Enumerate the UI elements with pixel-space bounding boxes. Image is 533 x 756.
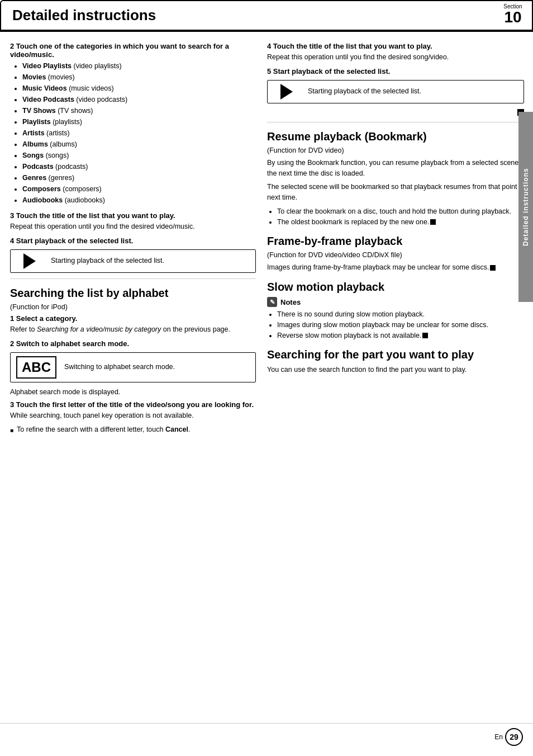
resume-title: Resume playback (Bookmark) [267, 130, 524, 143]
frame-section: Frame-by-frame playback (Function for DV… [267, 235, 524, 273]
page-number: 29 [505, 728, 523, 746]
step3-heading: 3 Touch the title of the list that you w… [10, 211, 256, 220]
abc-icon-text: Switching to alphabet search mode. [64, 362, 175, 372]
slow-motion-title: Slow motion playback [267, 281, 524, 294]
list-item: There is no sound during slow motion pla… [277, 309, 524, 320]
list-item: Video Podcasts (video podcasts) [22, 94, 256, 105]
list-item: Artists (artists) [22, 127, 256, 139]
notes-icon: ✎ [267, 297, 277, 307]
play-icon-text-2: Starting playback of the selected list. [308, 87, 421, 97]
frame-subtitle: (Function for DVD video/video CD/DivX fi… [267, 251, 524, 259]
list-item: Genres (genres) [22, 172, 256, 183]
page-header: Detailed instructions Section 10 [0, 0, 533, 32]
step4-left-heading: 4 Start playback of the selected list. [10, 237, 256, 245]
frame-title: Frame-by-frame playback [267, 235, 524, 248]
right-column: 4 Touch the title of the list that you w… [267, 42, 524, 440]
abc-icon-box: ABC Switching to alphabet search mode. [10, 352, 256, 382]
resume-section: Resume playback (Bookmark) (Function for… [267, 130, 524, 228]
resume-bullets: To clear the bookmark on a disc, touch a… [277, 206, 524, 228]
alpha-step3-text1: While searching, touch panel key operati… [10, 410, 256, 421]
page-title: Detailed instructions [12, 7, 156, 23]
resume-subtitle: (Function for DVD video) [267, 147, 524, 154]
content-area: 2 Touch one of the categories in which y… [0, 32, 533, 450]
alpha-step-2: 2 Switch to alphabet search mode. ABC Sw… [10, 339, 256, 382]
step5-heading: 5 Start playback of the selected list. [267, 67, 524, 75]
searching-part-section: Searching for the part you want to play … [267, 348, 524, 375]
alpha-step2-heading: 2 Switch to alphabet search mode. [10, 339, 256, 348]
searching-part-title: Searching for the part you want to play [267, 348, 524, 361]
play-icon-box-2: Starting playback of the selected list. [267, 80, 524, 103]
alpha-step1-text: Refer to Searching for a video/music by … [10, 324, 256, 335]
step-4-left: 4 Start playback of the selected list. S… [10, 237, 256, 273]
step3-text: Repeat this operation until you find the… [10, 221, 256, 232]
list-item: Audiobooks (audiobooks) [22, 195, 256, 206]
list-item: Reverse slow motion playback is not avai… [277, 330, 524, 341]
slow-motion-section: Slow motion playback ✎ Notes There is no… [267, 281, 524, 341]
left-column: 2 Touch one of the categories in which y… [10, 42, 256, 440]
list-item: The oldest bookmark is replaced by the n… [277, 217, 524, 228]
play-icon-box: Starting playback of the selected list. [10, 249, 256, 273]
sidebar-label: Detailed instructions [518, 112, 533, 302]
category-list: Video Playlists (video playlists) Movies… [22, 60, 256, 206]
list-item: Movies (movies) [22, 72, 256, 83]
page-footer: En 29 [0, 723, 533, 750]
section-number: 10 [504, 10, 521, 25]
searching-subtitle: (Function for iPod) [10, 303, 256, 311]
resume-text2: The selected scene will be bookmarked so… [267, 182, 524, 203]
alpha-step3-bullet: ■ To refine the search with a different … [10, 424, 256, 435]
searching-part-text: You can use the search function to find … [267, 365, 524, 375]
play-icon-text: Starting playback of the selected list. [51, 256, 164, 266]
list-item: Playlists (playlists) [22, 116, 256, 127]
notes-label: Notes [280, 298, 301, 306]
header-title-box: Detailed instructions [0, 0, 494, 31]
step-3: 3 Touch the title of the list that you w… [10, 211, 256, 232]
list-item: To clear the bookmark on a disc, touch a… [277, 206, 524, 217]
step-5: 5 Start playback of the selected list. S… [267, 67, 524, 116]
list-item: Images during slow motion playback may b… [277, 320, 524, 330]
alpha-step3-heading: 3 Touch the first letter of the title of… [10, 400, 256, 409]
alpha-step-1: 1 Select a category. Refer to Searching … [10, 314, 256, 335]
slow-motion-notes: There is no sound during slow motion pla… [277, 309, 524, 341]
step4-right-text: Repeat this operation until you find the… [267, 52, 524, 63]
step-4-right: 4 Touch the title of the list that you w… [267, 42, 524, 63]
section-box: Section 10 [494, 0, 533, 31]
list-item: Video Playlists (video playlists) [22, 60, 256, 72]
resume-text1: By using the Bookmark function, you can … [267, 158, 524, 179]
list-item: Composers (composers) [22, 183, 256, 195]
step4-right-heading: 4 Touch the title of the list that you w… [267, 42, 524, 50]
searching-section: Searching the list by alphabet (Function… [10, 287, 256, 435]
alpha-step-3: 3 Touch the first letter of the title of… [10, 400, 256, 435]
list-item: Albums (albums) [22, 139, 256, 150]
step2-heading: 2 Touch one of the categories in which y… [10, 42, 256, 59]
list-item: Music Videos (music videos) [22, 83, 256, 94]
alpha-display-text: Alphabet search mode is displayed. [10, 387, 256, 398]
step-2: 2 Touch one of the categories in which y… [10, 42, 256, 206]
play-triangle-icon [16, 253, 43, 269]
searching-title: Searching the list by alphabet [10, 287, 256, 300]
list-item: TV Shows (TV shows) [22, 105, 256, 116]
list-item: Podcasts (podcasts) [22, 161, 256, 172]
frame-text: Images during frame-by-frame playback ma… [267, 262, 524, 273]
list-item: Songs (songs) [22, 150, 256, 161]
play-triangle-icon-2 [273, 84, 300, 100]
en-label: En [494, 733, 503, 741]
alpha-step1-heading: 1 Select a category. [10, 314, 256, 323]
abc-icon: ABC [16, 356, 56, 379]
notes-header: ✎ Notes [267, 297, 524, 307]
